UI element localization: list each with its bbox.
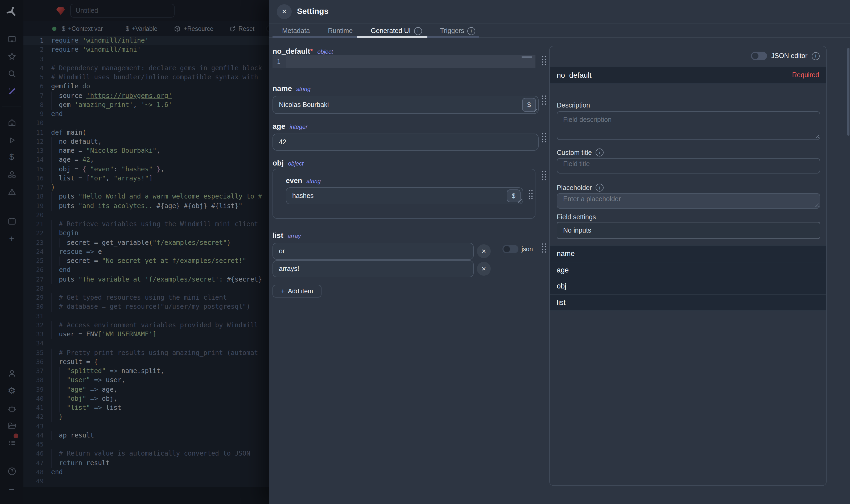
resources-icon[interactable]	[0, 168, 23, 181]
dollar-icon: $	[62, 25, 65, 33]
code-line: 39 "age" => age,	[23, 385, 269, 394]
remove-item-icon[interactable]: ✕	[477, 244, 491, 258]
editor-bottom-strip	[23, 487, 269, 504]
code-line: 21 # Retrieve variables using the Windmi…	[23, 220, 269, 229]
list-item-input[interactable]: arrays!	[272, 260, 474, 277]
code-line: 29 # Get typed resources using the mini …	[23, 293, 269, 303]
collapse-sidebar-icon[interactable]: →	[0, 481, 23, 494]
remove-item-icon[interactable]: ✕	[477, 262, 491, 276]
name-input[interactable]: Nicolas Bourbaki $	[272, 96, 539, 114]
script-title-input[interactable]: Untitled	[70, 4, 175, 18]
sidebar: $ + ⚙ →	[0, 0, 23, 504]
even-input[interactable]: hashes $	[286, 187, 523, 204]
package-icon	[174, 25, 181, 33]
triggers-icon[interactable]	[0, 185, 23, 199]
placeholder-input[interactable]: Enter a placeholder	[557, 193, 820, 209]
code-line: 30 # database = get_resource("u/user/my_…	[23, 303, 269, 312]
selected-field-header[interactable]: no_default Required	[550, 67, 826, 84]
custom-title-input[interactable]: Field title	[557, 158, 820, 174]
drag-handle[interactable]	[541, 132, 546, 143]
settings-icon[interactable]: ⚙	[0, 384, 23, 398]
schema-row[interactable]: obj	[550, 278, 826, 294]
code-line: 16 list = ["or", "arrays!"]	[23, 174, 269, 183]
favorites-icon[interactable]	[0, 50, 23, 63]
search-icon[interactable]	[0, 67, 23, 80]
add-context-var-button[interactable]: $+Context var	[62, 25, 103, 33]
list-item-input[interactable]: or	[272, 243, 474, 260]
code-line: 41 "list" => list	[23, 403, 269, 413]
code-line: 13 name = "Nicolas Bourbaki",	[23, 146, 269, 156]
info-icon[interactable]: i	[467, 27, 475, 35]
info-icon[interactable]: i	[596, 184, 603, 192]
tab-triggers[interactable]: Triggersi	[434, 24, 482, 38]
required-asterisk: *	[310, 47, 313, 55]
runs-icon[interactable]	[0, 133, 23, 147]
workspace-icon[interactable]	[0, 32, 23, 46]
drawer-scrollbar[interactable]	[847, 48, 849, 136]
code-line: 27 puts "The variable at 'f/examples/sec…	[23, 275, 269, 284]
help-icon[interactable]	[0, 464, 23, 478]
description-textarea[interactable]: Field description	[557, 111, 820, 140]
drag-handle[interactable]	[541, 55, 546, 66]
tab-generated-ui[interactable]: Generated UIi	[364, 24, 428, 38]
schema-row[interactable]: age	[550, 262, 826, 278]
code-line: 11def main(	[23, 128, 269, 137]
close-icon[interactable]: ✕	[277, 4, 292, 19]
code-line: 20	[23, 211, 269, 220]
tab-runtime[interactable]: Runtime	[322, 24, 359, 38]
drag-handle[interactable]	[541, 95, 546, 105]
code-line: 2require 'windmill/mini'	[23, 46, 269, 55]
schema-row[interactable]: list	[550, 294, 826, 311]
schema-row[interactable]: name	[550, 245, 826, 262]
workers-icon[interactable]	[0, 401, 23, 415]
field-obj: objobject evenstring hashes $	[272, 159, 539, 168]
info-icon[interactable]: i	[414, 27, 422, 35]
add-item-button[interactable]: +Add item	[272, 285, 322, 298]
field-age: ageinteger 42	[272, 122, 539, 150]
folders-icon[interactable]	[0, 418, 23, 432]
info-icon[interactable]: i	[596, 148, 603, 157]
account-icon[interactable]	[0, 366, 23, 380]
notification-dot	[13, 433, 19, 438]
ai-wand-icon[interactable]	[0, 84, 23, 98]
obj-object-panel: evenstring hashes $	[272, 169, 536, 219]
drag-handle[interactable]	[541, 243, 546, 253]
field-no-default: no_default* object 1	[272, 47, 539, 56]
code-editor[interactable]: 1require 'windmill/inline'2require 'wind…	[23, 36, 269, 487]
resize-handle[interactable]	[814, 202, 819, 207]
code-line: 17)	[23, 183, 269, 192]
field-settings-box: No inputs	[557, 222, 820, 239]
code-line: 32 # Access environment variables provid…	[23, 321, 269, 330]
schema-field-list: nameageobjlist	[550, 245, 826, 311]
age-input[interactable]: 42	[272, 133, 539, 150]
mini-scrollbar[interactable]	[522, 56, 532, 58]
json-editor-toggle[interactable]	[751, 52, 767, 60]
no-default-json-editor[interactable]: 1	[272, 55, 536, 68]
add-resource-button[interactable]: +Resource	[174, 25, 213, 33]
insert-variable-button[interactable]: $	[507, 190, 521, 202]
insert-variable-button[interactable]: $	[522, 98, 536, 112]
add-variable-button[interactable]: $+Variable	[126, 25, 158, 33]
editor-topbar: Untitled	[23, 0, 269, 21]
code-line: 46 # Return value is automatically conve…	[23, 449, 269, 459]
json-toggle-label: json	[522, 246, 533, 252]
code-line: 8 gem 'amazing_print', '~> 1.6'	[23, 101, 269, 110]
drag-handle[interactable]	[528, 190, 533, 200]
json-mode-toggle[interactable]	[503, 245, 519, 253]
drag-handle[interactable]	[541, 170, 546, 180]
code-line: 38 "user" => user,	[23, 376, 269, 385]
windmill-logo[interactable]	[0, 5, 23, 19]
create-icon[interactable]: +	[0, 232, 23, 245]
editor-toolbar: $+Context var $+Variable +Resource Reset…	[23, 21, 269, 37]
code-lines: 1require 'windmill/inline'2require 'wind…	[23, 36, 269, 486]
resize-handle[interactable]	[814, 133, 819, 138]
code-line: 14 age = 42,	[23, 156, 269, 165]
info-icon[interactable]: i	[812, 52, 820, 60]
variables-icon[interactable]: $	[0, 150, 23, 164]
tab-metadata[interactable]: Metadata	[276, 24, 316, 38]
audit-logs-icon[interactable]	[0, 435, 23, 449]
home-icon[interactable]	[0, 115, 23, 129]
code-line: 43	[23, 422, 269, 431]
schedules-icon[interactable]	[0, 214, 23, 228]
reset-button[interactable]: Reset	[229, 25, 254, 32]
